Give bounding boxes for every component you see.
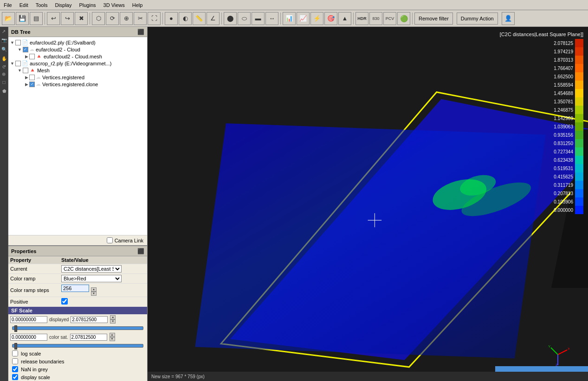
sdr-button[interactable]: 830: [369, 12, 382, 25]
color-ramp-select[interactable]: Blue>Red: [61, 275, 122, 282]
angle-button[interactable]: ∠: [207, 12, 220, 25]
filter-button[interactable]: ⚡: [310, 12, 323, 25]
save-button[interactable]: 💾: [16, 12, 29, 25]
tree-arrow[interactable]: ▼: [10, 40, 14, 45]
viewport[interactable]: [C2C distances|Least Square Plane]] 2.07…: [148, 27, 588, 381]
tree-item[interactable]: ▼🔺Mesh: [10, 67, 145, 74]
segment-button[interactable]: ◐: [179, 12, 192, 25]
remove-filter-button[interactable]: Remove filter: [414, 13, 453, 25]
tree-item[interactable]: ▶🔺eufarcloud2 - Cloud.mesh: [10, 53, 145, 60]
tree-item[interactable]: ▶✓☁Vertices.registered.clone: [10, 81, 145, 88]
sphere-button[interactable]: ⬤: [224, 12, 237, 25]
sidebar-icon-rotate[interactable]: ↻: [0, 64, 7, 70]
tree-checkbox[interactable]: [15, 61, 21, 66]
sf-sat-spinner[interactable]: ▲ ▼: [110, 333, 115, 341]
sf-max-up[interactable]: ▲: [110, 315, 116, 319]
tree-arrow[interactable]: ▼: [18, 47, 22, 52]
sf-sat-up[interactable]: ▲: [110, 333, 115, 337]
properties-expand-icon[interactable]: ⬛: [137, 248, 144, 254]
sf-max-down[interactable]: ▼: [110, 319, 116, 324]
normal-button[interactable]: ▲: [338, 12, 351, 25]
refresh-button[interactable]: ⟳: [106, 12, 119, 25]
tree-arrow[interactable]: ▶: [25, 54, 28, 59]
camera-link-checkbox[interactable]: [107, 237, 113, 243]
tree-item[interactable]: ▼📄auscrop_r2.ply (E:/Videogrammet...): [10, 60, 145, 67]
steps-down[interactable]: ▼: [91, 292, 97, 296]
open-button[interactable]: 📂: [2, 12, 15, 25]
sidebar-icon-poly[interactable]: ⬟: [0, 88, 7, 95]
point-button[interactable]: ●: [165, 12, 178, 25]
dummy-action-button[interactable]: Dummy Action: [457, 13, 498, 25]
tree-item[interactable]: ▶☁Vertices.registered: [10, 74, 145, 81]
db-tree-button[interactable]: ▤: [30, 12, 43, 25]
cylinder-button[interactable]: ⬭: [238, 12, 251, 25]
menu-plugins[interactable]: Plugins: [75, 1, 99, 9]
current-select[interactable]: C2C distances[Least S: [61, 265, 122, 273]
steps-input[interactable]: [61, 285, 89, 292]
menu-3dviews[interactable]: 3D Views: [100, 1, 129, 9]
extra-button[interactable]: 🟢: [397, 12, 410, 25]
menu-edit[interactable]: Edit: [16, 1, 32, 9]
menu-file[interactable]: File: [0, 1, 16, 9]
sf-slider2-container[interactable]: [8, 342, 147, 349]
menu-tools[interactable]: Tools: [32, 1, 52, 9]
sidebar-icon-pan[interactable]: ✋: [0, 55, 7, 62]
db-tree-expand-icon[interactable]: ⬛: [137, 29, 144, 35]
prop-current-value[interactable]: C2C distances[Least S: [59, 264, 147, 274]
release-checkbox[interactable]: [12, 358, 18, 364]
sf-sat-min-input[interactable]: [10, 334, 47, 341]
delete-button[interactable]: ✖: [75, 12, 88, 25]
sf-slider2[interactable]: [12, 344, 143, 348]
display-scale-checkbox[interactable]: [12, 374, 18, 380]
tree-checkbox[interactable]: [29, 54, 35, 59]
tree-checkbox[interactable]: [23, 68, 28, 73]
tree-checkbox[interactable]: [29, 75, 35, 80]
log-scale-checkbox[interactable]: [12, 350, 18, 356]
sf-slider1-handle[interactable]: [14, 325, 17, 332]
sf-sat-max-input[interactable]: [70, 334, 107, 341]
tree-arrow[interactable]: ▼: [18, 68, 22, 73]
sf-slider1[interactable]: [12, 326, 143, 330]
add-button[interactable]: ⊕: [120, 12, 133, 25]
chart-button[interactable]: 📊: [283, 12, 296, 25]
tree-arrow[interactable]: ▶: [25, 75, 28, 80]
sf-slider1-container[interactable]: [8, 324, 147, 332]
sidebar-icon-pointer[interactable]: ↖: [0, 29, 7, 34]
positive-checkbox[interactable]: [61, 298, 68, 305]
tree-arrow[interactable]: ▼: [10, 61, 14, 66]
nan-checkbox[interactable]: [12, 366, 18, 372]
redo-button[interactable]: ↪: [61, 12, 74, 25]
plane-button[interactable]: ▬: [252, 12, 265, 25]
db-tree-content[interactable]: ▼📄eufarcloud2.ply (E:/Svalbard)▼✓☁eufarc…: [8, 37, 147, 235]
sidebar-icon-rect[interactable]: □: [0, 79, 7, 86]
stats-button[interactable]: 📈: [297, 12, 310, 25]
pcv-button[interactable]: PCV: [383, 12, 396, 25]
sf-max-displayed-input[interactable]: [71, 316, 108, 323]
sf-slider2-handle[interactable]: [14, 343, 17, 349]
sidebar-icon-pick[interactable]: ⊕: [0, 71, 7, 77]
tree-arrow[interactable]: ▶: [25, 82, 28, 87]
menu-display[interactable]: Display: [51, 1, 75, 9]
sidebar-icon-camera[interactable]: 📷: [0, 36, 7, 44]
measure-button[interactable]: 📏: [193, 12, 206, 25]
menu-help[interactable]: Help: [129, 1, 147, 9]
hdr-button[interactable]: HDR: [355, 12, 368, 25]
tree-checkbox[interactable]: ✓: [29, 82, 35, 87]
sample-button[interactable]: ⬡: [92, 12, 105, 25]
steps-up[interactable]: ▲: [91, 287, 97, 292]
classify-button[interactable]: 🎯: [324, 12, 337, 25]
person-icon[interactable]: 👤: [502, 12, 515, 25]
dist-button[interactable]: ↔: [265, 12, 278, 25]
undo-button[interactable]: ↩: [47, 12, 60, 25]
tree-item[interactable]: ▼📄eufarcloud2.ply (E:/Svalbard): [10, 39, 145, 46]
select-button[interactable]: ⛶: [148, 12, 161, 25]
sf-max-spinner[interactable]: ▲ ▼: [110, 315, 116, 324]
steps-spinner[interactable]: ▲ ▼: [91, 287, 97, 296]
sf-min-input[interactable]: [10, 316, 47, 323]
tree-checkbox[interactable]: ✓: [23, 47, 28, 52]
tree-checkbox[interactable]: [15, 40, 21, 45]
scissors-button[interactable]: ✂: [134, 12, 147, 25]
sidebar-icon-zoom[interactable]: 🔍: [0, 45, 7, 53]
sf-sat-down[interactable]: ▼: [110, 337, 115, 341]
tree-item[interactable]: ▼✓☁eufarcloud2 - Cloud: [10, 46, 145, 53]
